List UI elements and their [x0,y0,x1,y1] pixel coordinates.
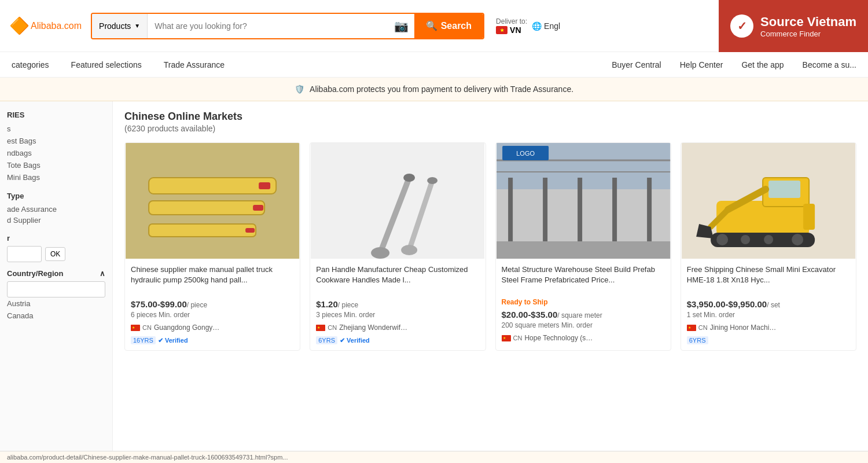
nav-right: Buyer Central Help Center Get the app Be… [609,60,859,69]
nav-get-app[interactable]: Get the app [739,60,786,69]
country-collapse-icon[interactable]: ∧ [100,269,105,278]
svg-rect-22 [496,241,670,259]
product-info-2: Pan Handle Manufacturer Cheap Customized… [310,259,485,350]
product-info-3: Metal Structure Warehouse Steel Build Pr… [496,259,671,348]
sidebar-country-canada[interactable]: Canada [7,310,105,322]
supplier-row-1: CN Guangdong Gongyou Lift Sling... [131,324,294,332]
price-filter-ok-button[interactable]: OK [45,247,65,261]
category-dropdown[interactable]: Products ▼ [92,14,148,38]
navbar: categories Featured selections Trade Ass… [0,52,868,78]
cn-label-1: CN [142,324,152,331]
product-card-1[interactable]: Chinese supplier make manual pallet truc… [124,142,300,351]
sidebar-item-tote-bags[interactable]: Tote Bags [7,159,105,171]
svg-point-35 [716,234,728,245]
market-count: (6230 products available) [124,124,856,133]
chevron-down-icon: ▼ [134,23,140,29]
product-price-2: $1.20/ piece [316,299,479,309]
nav-trade-assurance[interactable]: Trade Assurance [161,60,227,69]
svg-point-10 [403,174,415,182]
globe-icon: 🌐 [532,21,542,31]
product-card-3[interactable]: LOGO Metal Structure Warehouse Steel Bui… [495,142,671,351]
product-price-4: $3,950.00-$9,950.00/ set [687,299,850,309]
search-label: Search [441,21,472,31]
price-filter-input[interactable] [7,246,42,262]
language-selector[interactable]: 🌐 Engl [532,21,560,31]
search-bar: Products ▼ 📷 🔍 Search [91,13,484,39]
source-vietnam-title: Source Vietnam [760,14,856,30]
nav-categories[interactable]: categories [9,60,52,69]
svg-rect-5 [253,205,263,211]
camera-search-button[interactable]: 📷 [388,19,414,33]
nav-help-center[interactable]: Help Center [678,60,726,69]
nav-become-supplier[interactable]: Become a su... [800,60,859,69]
source-vietnam-banner[interactable]: ✓ Source Vietnam Commerce Finder [719,0,868,52]
svg-point-37 [764,235,773,244]
header-right: Deliver to: VN 🌐 Engl [496,17,560,35]
product-price-1: $75.00-$99.00/ piece [131,299,294,309]
price-filter-row: OK [7,246,105,262]
status-bar-text: alibaba.com/product-detail/Chinese-suppl… [7,454,288,460]
country-code: VN [510,25,521,35]
header: 🔶 Alibaba.com Products ▼ 📷 🔍 Search Deli… [0,0,868,52]
svg-rect-2 [149,201,264,215]
product-card-2[interactable]: Pan Handle Manufacturer Cheap Customized… [310,142,486,351]
cn-flag-icon-2 [316,325,325,331]
svg-rect-18 [543,178,547,247]
filter-verified-supplier[interactable]: d Supplier [7,215,105,226]
product-image-4 [681,143,856,259]
country-search-input[interactable] [7,281,105,297]
svg-rect-17 [508,178,513,247]
sidebar: RIES s est Bags ndbags Tote Bags Mini Ba… [0,101,113,460]
product-card-4[interactable]: Free Shipping Chinese Small Mini Excavat… [681,142,856,351]
filter-trade-assurance[interactable]: ade Assurance [7,204,105,215]
source-vietnam-text: Source Vietnam Commerce Finder [760,14,856,38]
svg-rect-4 [259,182,270,189]
supplier-badges-1: 16YRS ✔ Verified [131,336,294,344]
country-label: Country/Region [7,269,64,278]
nav-featured-selections[interactable]: Featured selections [69,60,144,69]
product-info-4: Free Shipping Chinese Small Mini Excavat… [681,259,856,350]
search-input[interactable] [148,14,388,38]
products-grid: Chinese supplier make manual pallet truc… [124,142,856,351]
svg-rect-6 [245,228,255,233]
supplier-row-4: CN Jining Honor Machinery [687,324,850,332]
search-icon: 🔍 [426,20,437,31]
ta-banner-text: Alibaba.com protects you from payment to… [310,84,573,94]
svg-point-9 [371,247,389,259]
svg-point-38 [792,234,803,245]
svg-text:LOGO: LOGO [516,150,535,157]
logo[interactable]: 🔶 Alibaba.com [9,16,82,35]
product-min-order-4: 1 set Min. order [687,311,850,319]
alibaba-logo-icon: 🔶 [9,16,30,35]
price-filter-label: r [7,234,105,242]
deliver-to: Deliver to: VN [496,17,527,35]
cn-flag-icon-3 [502,335,511,341]
years-badge-4: 6YRS [687,336,708,344]
cn-label-4: CN [698,324,708,331]
sidebar-item-mini-bags[interactable]: Mini Bags [7,171,105,183]
svg-point-12 [401,245,417,255]
supplier-name-2: Zhejiang Wonderwife... [339,324,409,332]
products-area: Chinese Online Markets (6230 products av… [113,101,868,460]
sidebar-item-s[interactable]: s [7,123,105,135]
product-info-1: Chinese supplier make manual pallet truc… [125,259,300,350]
svg-rect-20 [612,178,617,247]
sidebar-item-handbags[interactable]: ndbags [7,147,105,159]
product-image-3: LOGO [496,143,671,259]
vn-flag-icon [496,26,507,34]
sidebar-country-austria[interactable]: Austria [7,297,105,310]
supplier-name-1: Guangdong Gongyou Lift Sling... [154,324,223,332]
search-button[interactable]: 🔍 Search [414,14,483,38]
supplier-row-3: CN Hope Technology (shandong)... [502,334,665,342]
cn-label-3: CN [513,335,523,341]
sidebar-item-best-bags[interactable]: est Bags [7,135,105,147]
supplier-badges-2: 6YRS ✔ Verified [316,336,479,344]
svg-rect-1 [149,178,276,194]
trade-assurance-banner: 🛡️ Alibaba.com protects you from payment… [0,78,868,101]
status-bar: alibaba.com/product-detail/Chinese-suppl… [0,451,868,460]
svg-point-36 [741,235,750,244]
cn-flag-icon-1 [131,325,140,331]
nav-buyer-central[interactable]: Buyer Central [609,60,664,69]
product-image-1 [125,143,300,259]
verified-badge-2: ✔ Verified [340,337,370,344]
